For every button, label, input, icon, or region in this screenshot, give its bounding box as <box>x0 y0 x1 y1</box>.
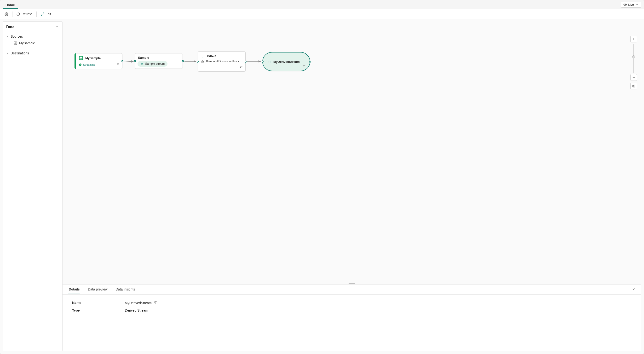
sources-label: Sources <box>10 35 23 38</box>
menu-lines-icon <box>302 64 306 67</box>
node-source[interactable]: MySample Streaming <box>74 53 122 69</box>
source-item-mysample[interactable]: MySample <box>6 39 59 47</box>
filter-icon <box>201 54 205 58</box>
refresh-label: Refresh <box>22 12 32 16</box>
source-item-label: MySample <box>19 41 35 45</box>
field-name: Name MyDerivedStream <box>72 301 632 305</box>
body: Data Sources MySample Destinations <box>0 19 644 354</box>
node-menu-button[interactable] <box>116 63 120 67</box>
node-derived-title: MyDerivedStream <box>273 60 300 64</box>
refresh-icon <box>16 12 20 16</box>
chevron-down-icon <box>6 52 9 55</box>
field-type: Type Derived Stream <box>72 308 632 312</box>
zoom-controls <box>630 36 637 89</box>
port-out[interactable] <box>122 60 124 62</box>
destinations-section: Destinations <box>6 50 59 56</box>
bottom-panel: Details Data preview Data insights Name … <box>62 284 641 351</box>
sidebar-title: Data <box>6 25 14 29</box>
name-label: Name <box>72 301 110 305</box>
svg-point-0 <box>624 4 626 5</box>
edit-label: Edit <box>46 12 51 16</box>
canvas-wrap: MySample Streaming <box>62 21 641 282</box>
toolbar: Refresh Edit <box>0 9 644 19</box>
filter-expression: BikepointID is not null or e... <box>198 60 245 64</box>
sample-stream-pill[interactable]: Sample-stream <box>138 61 168 67</box>
column-icon <box>201 60 204 63</box>
divider <box>12 12 12 17</box>
bottom-tabs: Details Data preview Data insights <box>62 284 641 294</box>
stream-icon <box>140 62 144 66</box>
tab-details[interactable]: Details <box>68 284 80 294</box>
collapse-bottom-panel-button[interactable] <box>632 287 636 292</box>
pill-label: Sample-stream <box>145 62 164 66</box>
chevron-down-icon <box>632 287 636 291</box>
port-in[interactable] <box>197 61 198 63</box>
gear-icon <box>4 12 8 16</box>
name-value: MyDerivedStream <box>125 301 152 305</box>
node-derived[interactable]: MyDerivedStream <box>262 52 310 71</box>
divider <box>55 12 55 17</box>
sources-toggle[interactable]: Sources <box>6 34 59 39</box>
svg-rect-5 <box>201 61 202 62</box>
svg-rect-6 <box>202 61 203 62</box>
check-circle-icon <box>79 63 82 66</box>
edit-icon <box>40 12 44 16</box>
port-out[interactable] <box>309 61 311 63</box>
live-mode-button[interactable]: Live <box>621 2 641 8</box>
data-sidebar: Data Sources MySample Destinations <box>3 21 62 351</box>
chart-icon <box>14 41 17 45</box>
node-menu-button[interactable] <box>302 64 306 68</box>
destinations-toggle[interactable]: Destinations <box>6 50 59 56</box>
settings-button[interactable] <box>2 11 11 18</box>
port-in[interactable] <box>262 61 264 63</box>
node-sample-title: Sample <box>138 56 149 60</box>
destinations-label: Destinations <box>10 51 29 55</box>
filter-expr-text: BikepointID is not null or e... <box>206 60 242 63</box>
tab-data-insights[interactable]: Data insights <box>115 284 136 294</box>
svg-rect-7 <box>203 61 204 62</box>
port-out[interactable] <box>244 61 246 63</box>
zoom-out-button[interactable] <box>630 74 637 81</box>
chevron-down-icon <box>6 35 9 38</box>
ribbon-tab-home[interactable]: Home <box>3 1 18 9</box>
zoom-slider-thumb[interactable] <box>632 55 635 58</box>
zoom-in-button[interactable] <box>630 36 637 43</box>
minus-icon <box>632 76 636 79</box>
main: MySample Streaming <box>62 21 641 351</box>
svg-point-1 <box>6 14 7 15</box>
fit-icon <box>632 84 636 88</box>
node-sample[interactable]: Sample Sample-stream <box>135 53 183 69</box>
edit-button[interactable]: Edit <box>38 11 54 18</box>
refresh-button[interactable]: Refresh <box>14 11 35 18</box>
node-menu-button[interactable] <box>240 65 243 70</box>
eye-icon <box>624 3 627 7</box>
port-in[interactable] <box>134 60 136 62</box>
plus-icon <box>632 37 636 41</box>
node-source-title: MySample <box>85 56 100 60</box>
tab-data-preview[interactable]: Data preview <box>88 284 108 294</box>
type-label: Type <box>72 308 110 312</box>
svg-rect-8 <box>632 85 635 87</box>
menu-lines-icon <box>116 63 120 66</box>
stream-icon <box>267 60 271 64</box>
sidebar-header: Data <box>6 25 59 29</box>
menu-lines-icon <box>240 65 243 69</box>
chevron-double-left-icon <box>56 25 59 29</box>
port-out[interactable] <box>182 60 184 62</box>
live-label: Live <box>628 3 634 7</box>
zoom-fit-button[interactable] <box>630 83 637 89</box>
node-filter-title: Filter1 <box>207 54 216 58</box>
ribbon-bar: Home Live <box>0 0 644 9</box>
flow-canvas[interactable]: MySample Streaming <box>62 21 641 282</box>
node-filter[interactable]: Filter1 BikepointID is not null or e... <box>198 51 246 72</box>
divider <box>36 12 37 17</box>
collapse-sidebar-button[interactable] <box>56 25 59 29</box>
splitter-grip <box>348 283 355 284</box>
copy-icon <box>154 301 158 304</box>
svg-rect-9 <box>633 86 634 87</box>
sources-section: Sources MySample <box>6 34 59 47</box>
copy-name-button[interactable] <box>154 301 158 305</box>
zoom-slider-track[interactable] <box>634 44 634 73</box>
panel-splitter[interactable] <box>62 282 641 284</box>
chart-icon <box>79 56 83 60</box>
